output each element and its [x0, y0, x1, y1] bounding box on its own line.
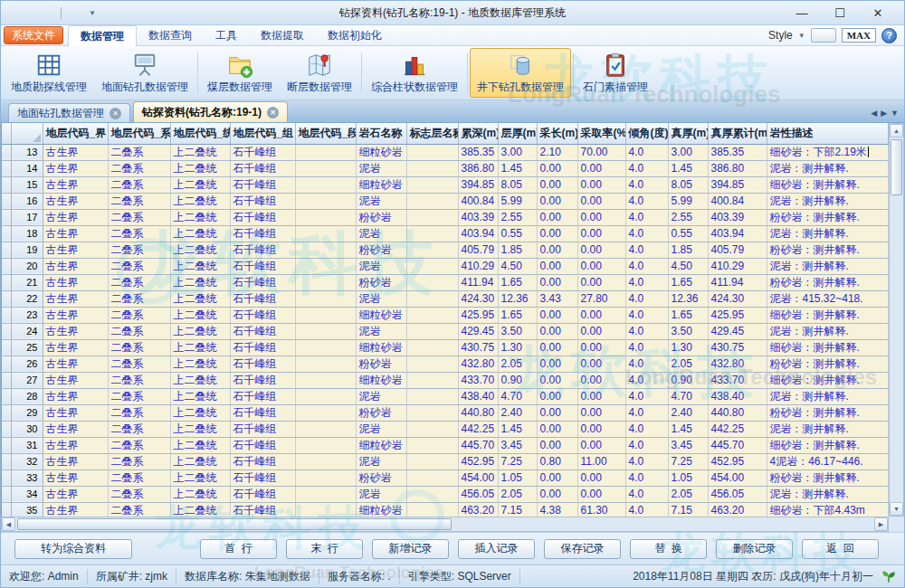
tab-tools[interactable]: 工具	[204, 25, 249, 45]
vertical-scroll-thumb[interactable]	[891, 139, 902, 195]
cell[interactable]: 古生界	[43, 209, 108, 225]
cell[interactable]: 0.00	[577, 193, 625, 209]
cell[interactable]: 385.35	[458, 144, 498, 160]
cell[interactable]: 405.79	[708, 242, 767, 258]
cell[interactable]: 0.00	[577, 209, 625, 225]
cell[interactable]: 二叠系	[108, 437, 170, 453]
cell[interactable]: 细砂岩：测井解释.	[767, 176, 889, 193]
cell[interactable]: 454.00	[708, 469, 767, 486]
cell[interactable]: 二叠系	[108, 176, 170, 193]
cell[interactable]: 454.00	[458, 469, 498, 486]
cell[interactable]: 二叠系	[108, 209, 170, 225]
cell[interactable]: 二叠系	[108, 486, 170, 502]
cell[interactable]	[406, 469, 458, 486]
cell[interactable]: 二叠系	[108, 258, 170, 274]
cell[interactable]: 二叠系	[108, 242, 170, 258]
help-icon[interactable]: ?	[881, 28, 897, 43]
row-number[interactable]: 30	[11, 421, 43, 437]
vertical-scroll-track[interactable]	[890, 197, 903, 502]
convert-to-composite-button[interactable]: 转为综合资料	[14, 539, 132, 559]
cell[interactable]: 泥岩	[356, 421, 406, 437]
scroll-left-arrow-icon[interactable]: ◀	[2, 517, 15, 531]
cell[interactable]	[406, 437, 458, 453]
cell[interactable]: 泥岩	[356, 486, 406, 502]
cell[interactable]: 403.39	[458, 209, 498, 225]
cell[interactable]: 2.05	[668, 486, 708, 502]
cell[interactable]: 2.10	[537, 144, 577, 160]
select-all-corner[interactable]	[11, 123, 43, 144]
cell[interactable]	[406, 307, 458, 323]
column-header-12[interactable]: 倾角(度)	[625, 123, 668, 144]
cell[interactable]: 2.55	[498, 209, 537, 225]
cell[interactable]: 石千峰组	[230, 290, 295, 307]
cell[interactable]: 上二叠统	[170, 469, 230, 486]
tab-data-initialize[interactable]: 数据初始化	[316, 25, 394, 45]
cell[interactable]: 石千峰组	[230, 404, 295, 421]
cell[interactable]: 440.80	[708, 404, 767, 421]
cell[interactable]: 0.00	[577, 404, 625, 421]
cell[interactable]: 泥岩：测井解释.	[767, 486, 889, 502]
cell[interactable]	[295, 144, 356, 160]
cell[interactable]	[406, 372, 458, 388]
cell[interactable]: 0.00	[537, 176, 577, 193]
cell[interactable]	[406, 453, 458, 469]
cell[interactable]: 4.0	[625, 502, 668, 517]
max-button[interactable]: MAX	[842, 28, 876, 43]
cell[interactable]	[406, 356, 458, 372]
cell[interactable]	[295, 307, 356, 323]
cell[interactable]: 古生界	[43, 502, 108, 517]
column-header-15[interactable]: 岩性描述	[767, 123, 889, 144]
cell[interactable]: 433.70	[708, 372, 767, 388]
cell[interactable]	[295, 258, 356, 274]
cell[interactable]: 456.05	[458, 486, 498, 502]
cell[interactable]: 上二叠统	[170, 356, 230, 372]
cell[interactable]: 0.00	[577, 339, 625, 356]
cell[interactable]	[295, 437, 356, 453]
cell[interactable]: 1.85	[668, 242, 708, 258]
cell[interactable]: 2.05	[668, 356, 708, 372]
delete-record-button[interactable]: 删除记录	[716, 539, 793, 559]
cell[interactable]	[406, 274, 458, 290]
cell[interactable]: 石千峰组	[230, 323, 295, 339]
cell[interactable]: 452.95	[458, 453, 498, 469]
cell[interactable]	[406, 144, 458, 160]
cell[interactable]: 0.00	[577, 469, 625, 486]
cell[interactable]: 0.00	[537, 274, 577, 290]
cell[interactable]: 上二叠统	[170, 176, 230, 193]
rock-crosscut-sketch-button[interactable]: 石门素描管理	[576, 48, 655, 98]
cell[interactable]: 泥岩	[356, 225, 406, 242]
cell[interactable]: 4.38	[537, 502, 577, 517]
cell[interactable]: 0.00	[577, 242, 625, 258]
cell[interactable]: 4.0	[625, 372, 668, 388]
cell[interactable]: 411.94	[708, 274, 767, 290]
row-number[interactable]: 16	[11, 193, 43, 209]
cell[interactable]: 0.00	[577, 323, 625, 339]
cell[interactable]: 上二叠统	[170, 388, 230, 404]
cell[interactable]	[295, 486, 356, 502]
cell[interactable]: 二叠系	[108, 160, 170, 176]
cell[interactable]	[406, 502, 458, 517]
row-number[interactable]: 26	[11, 356, 43, 372]
cell[interactable]: 0.00	[577, 258, 625, 274]
cell[interactable]: 上二叠统	[170, 307, 230, 323]
cell[interactable]: 0.80	[537, 453, 577, 469]
cell[interactable]: 12.36	[498, 290, 537, 307]
cell[interactable]: 4.0	[625, 160, 668, 176]
column-header-6[interactable]: 岩石名称	[356, 123, 406, 144]
last-row-button[interactable]: 末 行	[286, 539, 363, 559]
cell[interactable]: 403.39	[708, 209, 767, 225]
cell[interactable]: 石千峰组	[230, 453, 295, 469]
cell[interactable]: 古生界	[43, 242, 108, 258]
cell[interactable]: 5.99	[498, 193, 537, 209]
cell[interactable]: 4.0	[625, 421, 668, 437]
cell[interactable]: 上二叠统	[170, 437, 230, 453]
cell[interactable]: 425.95	[708, 307, 767, 323]
cell[interactable]: 429.45	[458, 323, 498, 339]
cell[interactable]: 4.70	[668, 388, 708, 404]
row-number[interactable]: 21	[11, 274, 43, 290]
cell[interactable]: 细粒砂岩	[356, 372, 406, 388]
cell[interactable]	[295, 193, 356, 209]
cell[interactable]: 1.45	[498, 160, 537, 176]
cell[interactable]: 二叠系	[108, 225, 170, 242]
cell[interactable]: 0.90	[668, 372, 708, 388]
